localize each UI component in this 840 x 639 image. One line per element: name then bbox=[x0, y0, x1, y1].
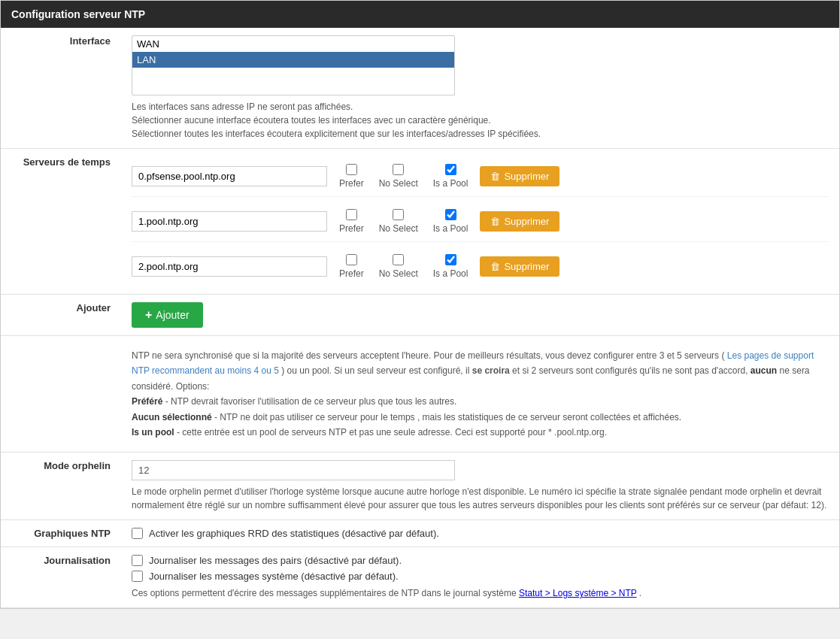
interface-help-1: Les interfaces sans adresse IP ne seront… bbox=[132, 100, 829, 114]
orphan-label: Mode orphelin bbox=[1, 453, 121, 520]
info-ispool-desc: - cette entrée est un pool de serveurs N… bbox=[174, 427, 607, 438]
pairs-checkbox[interactable] bbox=[132, 555, 143, 566]
server-entry-2: Prefer No Select Is a Pool bbox=[132, 201, 829, 242]
graphiques-checkbox[interactable] bbox=[132, 528, 143, 539]
server-2-noselect-checkbox[interactable] bbox=[393, 209, 404, 220]
ntp-servers-cell: Prefer No Select Is a Pool bbox=[121, 149, 839, 295]
interface-option-lan[interactable]: LAN bbox=[132, 52, 454, 68]
info-prefer-label: Préféré bbox=[132, 396, 162, 407]
delete-label-3: Supprimer bbox=[504, 261, 549, 272]
interface-option-wan[interactable]: WAN bbox=[132, 36, 454, 52]
server-2-prefer-checkbox[interactable] bbox=[346, 209, 357, 220]
ispool-label-3: Is a Pool bbox=[433, 268, 469, 279]
interface-label: Interface bbox=[1, 28, 121, 149]
plus-icon bbox=[145, 308, 152, 322]
info-block: NTP ne sera synchronisé que si la majori… bbox=[132, 344, 829, 444]
add-btn-label: Ajouter bbox=[156, 309, 189, 321]
info-aucun: aucun bbox=[751, 365, 777, 376]
server-input-3[interactable] bbox=[132, 256, 327, 277]
noselect-label-3: No Select bbox=[379, 268, 418, 279]
graphiques-checkbox-label: Activer les graphiques RRD des statistiq… bbox=[149, 528, 439, 539]
info-text-main: NTP ne sera synchronisé que si la majori… bbox=[132, 350, 727, 361]
server-2-noselect: No Select bbox=[379, 209, 418, 234]
add-server-button[interactable]: Ajouter bbox=[132, 302, 203, 328]
interface-row: Interface WAN LAN Les interfaces sans ad… bbox=[1, 28, 839, 149]
graphiques-cell: Activer les graphiques RRD des statistiq… bbox=[121, 520, 839, 547]
info-noselect-label: Aucun sélectionné bbox=[132, 412, 212, 422]
delete-label-2: Supprimer bbox=[504, 216, 549, 227]
delete-label-1: Supprimer bbox=[504, 171, 549, 182]
form-table: Interface WAN LAN Les interfaces sans ad… bbox=[1, 28, 839, 608]
info-label-cell bbox=[1, 336, 121, 453]
server-1-prefer-checkbox[interactable] bbox=[346, 164, 357, 175]
server-3-prefer-checkbox[interactable] bbox=[346, 254, 357, 265]
noselect-label-2: No Select bbox=[379, 223, 418, 234]
server-1-ispool: Is a Pool bbox=[433, 164, 469, 189]
delete-server-2-button[interactable]: Supprimer bbox=[480, 211, 559, 232]
server-3-noselect: No Select bbox=[379, 254, 418, 279]
noselect-label-1: No Select bbox=[379, 178, 418, 189]
journalisation-help-end: . bbox=[637, 588, 642, 598]
prefer-label-2: Prefer bbox=[339, 223, 364, 234]
info-row: NTP ne sera synchronisé que si la majori… bbox=[1, 336, 839, 453]
system-label: Journaliser les messages système (désact… bbox=[149, 571, 399, 582]
server-3-noselect-checkbox[interactable] bbox=[393, 254, 404, 265]
ntp-servers-list: Prefer No Select Is a Pool bbox=[132, 156, 829, 286]
interface-cell: WAN LAN Les interfaces sans adresse IP n… bbox=[121, 28, 839, 149]
info-noselect-desc: - NTP ne doit pas utiliser ce serveur po… bbox=[212, 412, 682, 422]
server-1-ispool-checkbox[interactable] bbox=[445, 164, 456, 175]
server-input-1[interactable] bbox=[132, 166, 327, 186]
server-entry-1: Prefer No Select Is a Pool bbox=[132, 156, 829, 197]
add-cell: Ajouter bbox=[121, 295, 839, 336]
journalisation-help: Ces options permettent d'écrire des mess… bbox=[132, 586, 829, 600]
server-input-2[interactable] bbox=[132, 211, 327, 232]
orphan-input[interactable] bbox=[132, 460, 455, 480]
info-se-croira: se croira bbox=[472, 365, 510, 376]
add-label: Ajouter bbox=[1, 295, 121, 336]
journalisation-help-text: Ces options permettent d'écrire des mess… bbox=[132, 588, 519, 598]
info-2servers: et si 2 serveurs sont configurés qu'ils … bbox=[510, 365, 751, 376]
server-2-prefer: Prefer bbox=[339, 209, 364, 234]
delete-server-1-button[interactable]: Supprimer bbox=[480, 166, 559, 186]
orphan-row: Mode orphelin Le mode orphelin permet d'… bbox=[1, 453, 839, 520]
info-cell: NTP ne sera synchronisé que si la majori… bbox=[121, 336, 839, 453]
server-1-prefer: Prefer bbox=[339, 164, 364, 189]
server-3-checkboxes: Prefer No Select Is a Pool bbox=[339, 254, 468, 279]
server-3-ispool-checkbox[interactable] bbox=[445, 254, 456, 265]
graphiques-row: Graphiques NTP Activer les graphiques RR… bbox=[1, 520, 839, 547]
delete-server-3-button[interactable]: Supprimer bbox=[480, 256, 559, 277]
panel-title: Configuration serveur NTP bbox=[1, 1, 839, 28]
trash-icon-1 bbox=[490, 171, 500, 182]
server-2-ispool-checkbox[interactable] bbox=[445, 209, 456, 220]
journalisation-cell: Journaliser les messages des pairs (désa… bbox=[121, 547, 839, 608]
config-panel: Configuration serveur NTP Interface WAN … bbox=[0, 0, 840, 609]
ntp-servers-row: Serveurs de temps Prefer bbox=[1, 149, 839, 295]
ntp-servers-label: Serveurs de temps bbox=[1, 149, 121, 295]
info-prefer-desc: - NTP devrait favoriser l'utilisation de… bbox=[162, 396, 456, 407]
server-3-prefer: Prefer bbox=[339, 254, 364, 279]
server-1-checkboxes: Prefer No Select Is a Pool bbox=[339, 164, 468, 189]
journalisation-row: Journalisation Journaliser les messages … bbox=[1, 547, 839, 608]
server-1-noselect-checkbox[interactable] bbox=[393, 164, 404, 175]
trash-icon-2 bbox=[490, 216, 500, 227]
logs-link[interactable]: Statut > Logs système > NTP bbox=[519, 588, 637, 598]
server-3-ispool: Is a Pool bbox=[433, 254, 469, 279]
prefer-label-3: Prefer bbox=[339, 268, 364, 279]
interface-select[interactable]: WAN LAN bbox=[132, 35, 455, 95]
system-checkbox-row: Journaliser les messages système (désact… bbox=[132, 571, 829, 582]
graphiques-checkbox-row: Activer les graphiques RRD des statistiq… bbox=[132, 528, 829, 539]
orphan-cell: Le mode orphelin permet d'utiliser l'hor… bbox=[121, 453, 839, 520]
server-1-noselect: No Select bbox=[379, 164, 418, 189]
server-entry-3: Prefer No Select Is a Pool bbox=[132, 247, 829, 286]
add-row: Ajouter Ajouter bbox=[1, 295, 839, 336]
journalisation-label: Journalisation bbox=[1, 547, 121, 608]
system-checkbox[interactable] bbox=[132, 571, 143, 582]
pairs-label: Journaliser les messages des pairs (désa… bbox=[149, 555, 402, 566]
interface-help-2: Sélectionner aucune interface écoutera t… bbox=[132, 114, 829, 127]
ispool-label-1: Is a Pool bbox=[433, 178, 469, 189]
orphan-help: Le mode orphelin permet d'utiliser l'hor… bbox=[132, 485, 829, 512]
trash-icon-3 bbox=[490, 261, 500, 272]
ispool-label-2: Is a Pool bbox=[433, 223, 469, 234]
info-after-link: ) ou un pool. Si un seul serveur est con… bbox=[279, 365, 472, 376]
info-ispool-label: Is un pool bbox=[132, 427, 174, 438]
